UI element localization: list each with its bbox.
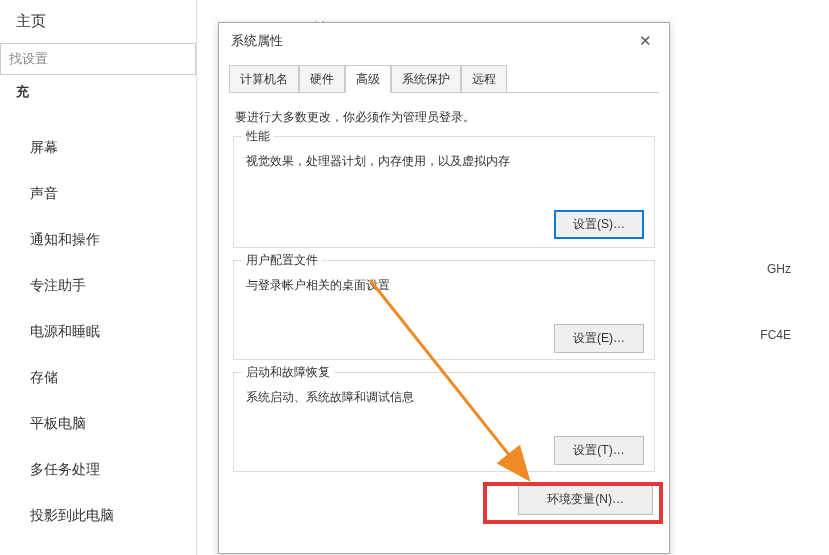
sidebar-item-storage[interactable]: 存储 [0,355,196,401]
tab-computer-name[interactable]: 计算机名 [229,65,299,92]
search-input[interactable]: 找设置 [0,43,196,75]
tab-hardware[interactable]: 硬件 [299,65,345,92]
group-user-profile-desc: 与登录帐户相关的桌面设置 [246,277,644,294]
search-placeholder: 找设置 [9,50,187,68]
admin-note: 要进行大多数更改，你必须作为管理员登录。 [235,109,653,126]
bg-text-ghz: GHz [767,262,791,276]
sidebar-item-focus-assist[interactable]: 专注助手 [0,263,196,309]
group-performance-title: 性能 [242,128,274,145]
group-user-profile: 用户配置文件 与登录帐户相关的桌面设置 设置(E)… [233,260,655,360]
dialog-title: 系统属性 [231,32,631,50]
sidebar-item-tablet[interactable]: 平板电脑 [0,401,196,447]
sidebar-home[interactable]: 主页 [0,0,196,41]
sidebar-item-power-sleep[interactable]: 电源和睡眠 [0,309,196,355]
system-properties-dialog: 系统属性 ✕ 计算机名 硬件 高级 系统保护 远程 要进行大多数更改，你必须作为… [218,22,670,554]
tab-remote[interactable]: 远程 [461,65,507,92]
close-icon[interactable]: ✕ [631,31,659,51]
sidebar-item-display[interactable]: 屏幕 [0,125,196,171]
dialog-body: 要进行大多数更改，你必须作为管理员登录。 性能 视觉效果，处理器计划，内存使用，… [219,93,669,527]
dialog-titlebar: 系统属性 ✕ [219,23,669,57]
settings-sidebar: 主页 找设置 充 屏幕 声音 通知和操作 专注助手 电源和睡眠 存储 平板电脑 … [0,0,197,555]
group-user-profile-title: 用户配置文件 [242,252,322,269]
tab-system-protection[interactable]: 系统保护 [391,65,461,92]
sidebar-item-sound[interactable]: 声音 [0,171,196,217]
performance-settings-button[interactable]: 设置(S)… [554,210,644,239]
group-performance-desc: 视觉效果，处理器计划，内存使用，以及虚拟内存 [246,153,644,170]
startup-settings-button[interactable]: 设置(T)… [554,436,644,465]
group-performance: 性能 视觉效果，处理器计划，内存使用，以及虚拟内存 设置(S)… [233,136,655,248]
group-startup-desc: 系统启动、系统故障和调试信息 [246,389,644,406]
tab-advanced[interactable]: 高级 [345,65,391,93]
sidebar-section: 充 [0,83,196,115]
sidebar-item-multitasking[interactable]: 多任务处理 [0,447,196,493]
group-startup-recovery: 启动和故障恢复 系统启动、系统故障和调试信息 设置(T)… [233,372,655,472]
dialog-tabs: 计算机名 硬件 高级 系统保护 远程 [229,65,659,93]
environment-variables-button[interactable]: 环境变量(N)… [518,484,653,515]
sidebar-item-notifications[interactable]: 通知和操作 [0,217,196,263]
bg-text-id: FC4E [760,328,791,342]
sidebar-item-projecting[interactable]: 投影到此电脑 [0,493,196,539]
user-profile-settings-button[interactable]: 设置(E)… [554,324,644,353]
group-startup-title: 启动和故障恢复 [242,364,334,381]
